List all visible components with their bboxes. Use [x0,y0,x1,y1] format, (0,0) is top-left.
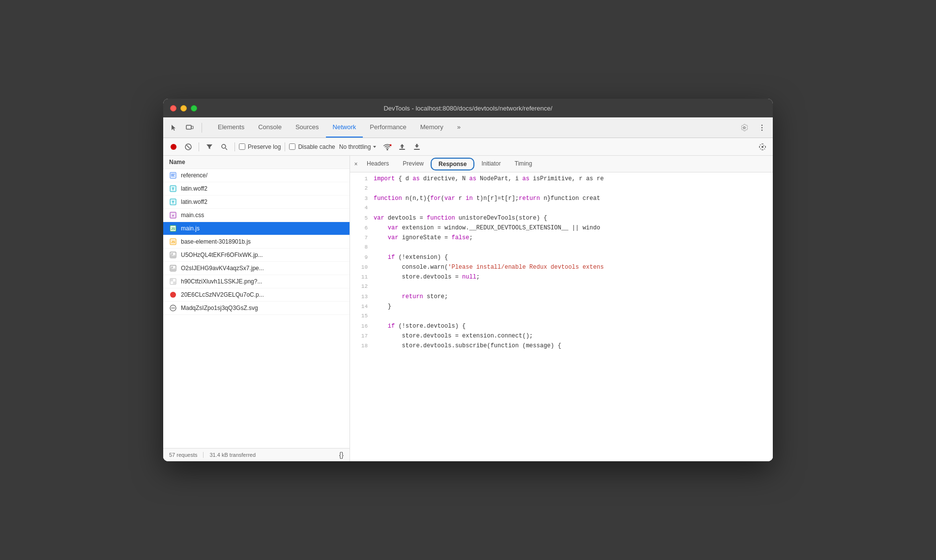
settings-icon[interactable] [737,121,751,135]
devtools-body: Elements Console Sources Network Perform… [163,117,773,461]
minimize-button[interactable] [180,105,187,112]
tab-initiator[interactable]: Initiator [474,156,507,172]
preserve-log-checkbox[interactable] [239,143,245,150]
response-tabs: × Headers Preview Response Initiator Tim… [350,156,773,172]
image-icon [169,251,177,259]
list-item[interactable]: JS base-element-3018901b.js [163,235,350,249]
tab-console[interactable]: Console [251,117,289,138]
code-line: 10 console.warn('Please install/enable R… [350,263,773,273]
svg-point-4 [761,129,763,131]
tab-elements[interactable]: Elements [211,117,251,138]
svg-text:T: T [172,187,175,191]
svg-line-7 [187,145,190,148]
file-name: main.js [181,225,344,232]
list-item[interactable]: MadqZsIZpo1sj3qQ3GsZ.svg [163,302,350,315]
disable-cache-checkbox[interactable] [289,143,295,150]
image2-icon [169,264,177,272]
list-item[interactable]: U5OHzQL4tEKFr6OFlxWK.jp... [163,249,350,262]
svg-point-5 [171,144,176,150]
svg-rect-37 [171,279,173,281]
svg-point-3 [761,127,763,128]
wifi-icon[interactable] [381,140,394,153]
tab-memory[interactable]: Memory [413,117,450,138]
file-name: U5OHzQL4tEKFr6OFlxWK.jp... [181,252,344,258]
tab-more[interactable]: » [450,117,468,138]
list-item[interactable]: T latin.woff2 [163,196,350,209]
font-icon: T [169,198,177,206]
code-line: 16 if (!store.devtools) { [350,322,773,332]
devtools-icons [167,121,205,135]
svg-rect-15 [414,149,420,150]
svg-block-icon [169,304,177,312]
code-line: 1 import { d as directive, N as NodePart… [350,174,773,184]
list-item[interactable]: JS main.js [163,222,350,235]
tab-headers[interactable]: Headers [360,156,396,172]
code-line: 9 if (!extension) { [350,253,773,263]
tab-sources[interactable]: Sources [289,117,326,138]
list-item[interactable]: reference/ [163,169,350,182]
maximize-button[interactable] [191,105,197,112]
preserve-log-checkbox-label[interactable]: Preserve log [239,143,281,150]
code-line: 12 [350,282,773,292]
file-list-items: reference/ T latin.woff2 [163,169,350,448]
clear-button[interactable] [182,140,195,153]
file-name: h90CtfziXluvh1LSSKJE.png?... [181,278,344,285]
code-line: 13 return store; [350,292,773,302]
code-line: 2 [350,184,773,194]
tab-preview[interactable]: Preview [396,156,431,172]
list-item[interactable]: 20E6CLcSzNV2GELQu7oC.p... [163,288,350,302]
footer-separator [203,452,204,458]
svg-rect-40 [171,281,173,284]
code-line: 17 store.devtools = extension.connect(); [350,332,773,341]
close-panel-button[interactable]: × [352,160,360,168]
code-line: 18 store.devtools.subscribe(function (me… [350,341,773,351]
disable-cache-checkbox-label[interactable]: Disable cache [289,143,335,150]
svg-text:T: T [172,200,175,204]
code-view[interactable]: 1 import { d as directive, N as NodePart… [350,172,773,461]
download-icon[interactable] [410,140,423,153]
upload-icon[interactable] [396,140,409,153]
network-settings-icon[interactable] [756,140,769,153]
svg-text:JS: JS [171,240,176,244]
svg-point-8 [222,144,226,148]
svg-point-41 [170,292,176,298]
tab-performance[interactable]: Performance [363,117,413,138]
css-icon: # [169,211,177,219]
more-options-icon[interactable] [755,121,769,135]
tab-network[interactable]: Network [326,117,363,138]
js-icon: JS [169,224,177,232]
content-area: Name reference/ [163,156,773,461]
png-icon [169,278,177,285]
file-list: Name reference/ [163,156,350,461]
search-icon[interactable] [218,140,231,153]
format-button[interactable]: {} [339,451,344,459]
page-icon [169,171,177,179]
svg-line-9 [226,148,228,150]
svg-rect-38 [173,281,176,284]
close-button[interactable] [170,105,176,112]
list-item[interactable]: h90CtfziXluvh1LSSKJE.png?... [163,275,350,288]
file-name: latin.woff2 [181,198,344,205]
code-line: 6 var extension = window.__REDUX_DEVTOOL… [350,224,773,233]
tabs-bar: Elements Console Sources Network Perform… [163,117,773,138]
device-toggle-icon[interactable] [183,121,197,135]
list-item[interactable]: O2sIJEHG9avKV4aqzSx7.jpe... [163,262,350,275]
requests-count: 57 requests [169,452,197,458]
tab-timing[interactable]: Timing [508,156,539,172]
code-line: 4 [350,204,773,214]
cursor-icon[interactable] [167,121,181,135]
svg-text:JS: JS [171,227,176,230]
filter-icon[interactable] [203,140,216,153]
network-toolbar: Preserve log Disable cache No throttling [163,138,773,156]
list-item[interactable]: T latin.woff2 [163,182,350,196]
throttle-select[interactable]: No throttling [337,142,380,151]
traffic-lights [170,105,197,112]
record-button[interactable] [167,140,180,153]
svg-rect-13 [399,149,405,150]
titlebar: DevTools - localhost:8080/docs/devtools/… [163,99,773,117]
tab-response[interactable]: Response [431,158,474,170]
tabs-list: Elements Console Sources Network Perform… [211,117,737,138]
tabs-right-icons [737,121,769,135]
js-orange-icon: JS [169,238,177,246]
list-item[interactable]: # main.css [163,209,350,222]
